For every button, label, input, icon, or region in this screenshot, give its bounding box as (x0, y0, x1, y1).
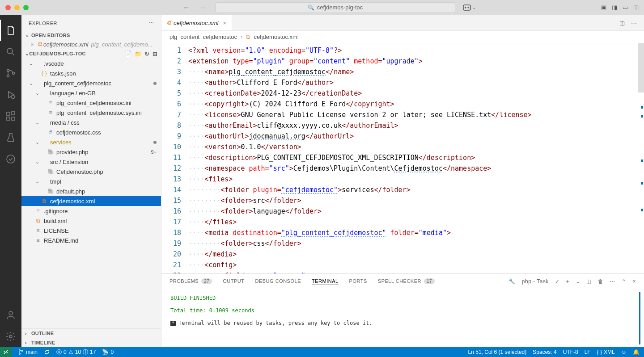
remote-icon[interactable] (0, 347, 12, 357)
open-editors-section[interactable]: ⌄ OPEN EDITORS (21, 31, 161, 39)
terminal-tab[interactable]: TERMINAL (312, 278, 339, 285)
minimize-window[interactable] (14, 5, 20, 10)
tree-file[interactable]: ≡plg_content_cefjdemostoc.sys.ini (21, 108, 161, 118)
breadcrumbs[interactable]: plg_content_cefjdemostoc › ⧉ cefjdemosto… (161, 31, 644, 43)
tree-folder[interactable]: ⌄.vscode (21, 59, 161, 68)
check-icon[interactable] (0, 148, 21, 170)
layout-icon-1[interactable]: ▣ (601, 4, 606, 11)
tree-item-label: Cefjdemostoc.php (56, 168, 103, 175)
tree-folder[interactable]: ⌄src / Extension (21, 157, 161, 167)
close-panel-icon[interactable]: × (632, 278, 636, 285)
minimap[interactable] (638, 43, 644, 273)
modified-dot-icon (153, 82, 157, 85)
explorer-more-icon[interactable]: ⋯ (149, 20, 154, 26)
timeline-section[interactable]: ›TIMELINE (21, 338, 161, 347)
titlebar: ← → 🔍 cefjdemos-plg-toc ⌄ ▣ ◨ ▭ ◫ (0, 0, 644, 15)
workspace-folder-header[interactable]: ⌄CEFJDEMOS-PLG-TOC 📄 📁 ↻ ⊟ (21, 49, 161, 59)
tree-file[interactable]: { }tasks.json (21, 68, 161, 78)
close-editor-icon[interactable]: × (30, 41, 38, 48)
scrollbar-thumb[interactable] (638, 43, 644, 92)
problems-tab[interactable]: PROBLEMS 27 (169, 278, 212, 285)
tree-file[interactable]: #cefjdemostoc.css (21, 127, 161, 137)
problems-status[interactable]: ⓧ0 ⚠10 ⓘ17 (56, 349, 96, 356)
copilot-icon[interactable]: ⌄ (462, 4, 476, 11)
trash-icon[interactable]: 🗑 (598, 278, 604, 285)
output-tab[interactable]: OUTPUT (223, 278, 244, 285)
code-content[interactable]: <?xml version="1.0" encoding="UTF-8"?><e… (188, 43, 638, 273)
tree-folder[interactable]: ⌄language / en-GB (21, 88, 161, 98)
svg-point-16 (19, 350, 21, 351)
tree-file[interactable]: ≡README.md (21, 235, 161, 245)
close-window[interactable] (5, 5, 11, 10)
panel-more-icon[interactable]: ⋯ (610, 278, 615, 285)
split-editor-icon[interactable]: ◫ (619, 20, 625, 26)
search-activity-icon[interactable] (0, 41, 21, 63)
ports-status[interactable]: 📡0 (102, 349, 114, 355)
close-tab-icon[interactable]: × (223, 20, 226, 26)
tree-file[interactable]: 🐘Cefjdemostoc.php (21, 167, 161, 176)
code-editor[interactable]: 1234567891011121314151617181920212223 <?… (161, 43, 644, 273)
nav-back-icon[interactable]: ← (183, 4, 190, 12)
tree-folder[interactable]: ⌄media / css (21, 118, 161, 127)
command-center[interactable]: 🔍 cefjdemos-plg-toc (215, 2, 455, 13)
encoding-status[interactable]: UTF-8 (563, 349, 578, 355)
debug-icon[interactable] (0, 84, 21, 105)
tree-file[interactable]: ⧉build.xml (21, 216, 161, 226)
refresh-icon[interactable]: ↻ (144, 50, 149, 57)
tree-folder[interactable]: ⌄tmpl (21, 176, 161, 186)
layout-icon-2[interactable]: ◨ (612, 4, 617, 11)
tree-file[interactable]: 🐘provider.php9+ (21, 147, 161, 157)
prompt-icon: * (170, 321, 176, 326)
git-branch[interactable]: main (18, 349, 38, 355)
svg-point-8 (11, 95, 15, 99)
editor-tabs: ⧉ cefjdemostoc.xml × ◫ ⋯ (161, 15, 644, 31)
extensions-icon[interactable] (0, 105, 21, 127)
chevron-right-icon: › (241, 34, 242, 40)
spell-checker-tab[interactable]: SPELL CHECKER 17 (378, 278, 435, 285)
file-tree: ⌄.vscode{ }tasks.json⌄plg_content_cefjde… (21, 59, 161, 328)
language-mode[interactable]: { }XML (597, 349, 615, 355)
chevron-down-icon[interactable]: ⌄ (576, 278, 580, 285)
indentation-status[interactable]: Spaces: 4 (533, 349, 556, 355)
layout-icon-4[interactable]: ◫ (633, 4, 639, 11)
sync-icon[interactable] (44, 349, 50, 355)
tree-file[interactable]: 🐘default.php (21, 186, 161, 196)
layout-icon-3[interactable]: ▭ (623, 4, 628, 11)
settings-gear-icon[interactable] (0, 326, 21, 347)
eol-status[interactable]: LF (585, 349, 591, 355)
notifications-icon[interactable]: 🔔 (633, 349, 640, 355)
svg-point-7 (13, 72, 15, 75)
txt-file-icon: ≡ (34, 237, 42, 244)
nav-forward-icon[interactable]: → (199, 4, 206, 12)
explorer-title: EXPLORER (29, 21, 57, 26)
debug-console-tab[interactable]: DEBUG CONSOLE (255, 278, 301, 285)
outline-section[interactable]: ›OUTLINE (21, 328, 161, 338)
new-folder-icon[interactable]: 📁 (135, 50, 142, 57)
editor-tab[interactable]: ⧉ cefjdemostoc.xml × (161, 15, 232, 30)
collapse-icon[interactable]: ⊟ (153, 50, 157, 57)
feedback-icon[interactable]: ☺ (621, 349, 627, 355)
svg-point-3 (7, 48, 13, 54)
maximize-window[interactable] (23, 5, 29, 10)
tree-file[interactable]: ≡LICENSE (21, 226, 161, 235)
tree-folder[interactable]: ⌄services (21, 137, 161, 147)
tree-folder[interactable]: ⌄plg_content_cefjdemostoc (21, 78, 161, 88)
maximize-panel-icon[interactable]: ⌃ (622, 278, 627, 285)
ports-tab[interactable]: PORTS (349, 278, 367, 285)
new-terminal-icon[interactable]: + (566, 278, 569, 285)
testing-icon[interactable] (0, 127, 21, 148)
tree-file[interactable]: ≡plg_content_cefjdemostoc.ini (21, 98, 161, 108)
split-terminal-icon[interactable]: ◫ (586, 278, 592, 285)
cursor-position[interactable]: Ln 51, Col 6 (1 selected) (468, 349, 527, 355)
source-control-icon[interactable] (0, 63, 21, 84)
tree-file[interactable]: ⧉cefjdemostoc.xml (21, 196, 161, 206)
editor-more-icon[interactable]: ⋯ (631, 20, 637, 26)
task-label[interactable]: php - Task (522, 278, 549, 285)
new-file-icon[interactable]: 📄 (125, 50, 132, 57)
tree-file[interactable]: ≡.gitignore (21, 206, 161, 216)
activity-bar (0, 15, 21, 347)
explorer-icon[interactable] (0, 20, 21, 41)
account-icon[interactable] (0, 304, 21, 326)
open-editor-item[interactable]: × ⧉ cefjdemostoc.xml plg_content_cefjdem… (21, 39, 161, 49)
terminal-output[interactable]: BUILD FINISHED Total time: 0.1009 second… (161, 289, 644, 347)
